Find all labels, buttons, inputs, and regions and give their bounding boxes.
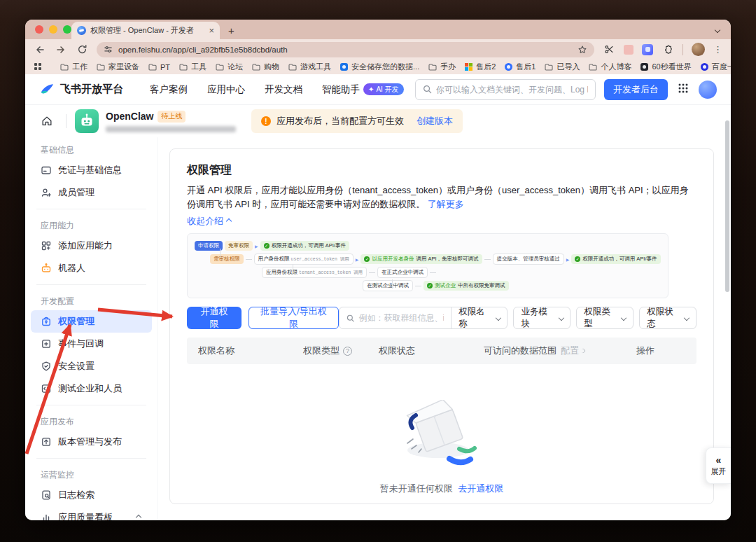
bookmark-item[interactable]: 论坛 [216,62,243,72]
nav-item-app-center[interactable]: 应用中心 [207,83,245,96]
bookmark-item[interactable]: 工具 [179,62,206,72]
warning-icon: ! [261,116,271,126]
platform-logo[interactable]: 飞书开放平台 [39,82,123,97]
check-icon: ✓ [364,256,370,262]
create-version-link[interactable]: 创建版本 [416,115,453,127]
blue-extension-icon[interactable] [642,44,653,55]
tab-search-icon[interactable] [712,25,722,35]
url-bar[interactable]: open.feishu.cn/app/cli_a92bfb51e5b8dcbd/… [97,42,594,57]
sidebar-divider [36,209,146,209]
learn-more-link[interactable]: 了解更多 [428,199,464,209]
user-avatar[interactable] [699,81,717,99]
user-token-node: 用户身份权限 user_access_token 调用 [254,253,354,265]
sidebar-item-credentials[interactable]: 凭证与基础信息 [31,159,152,181]
scissors-extension-icon[interactable] [603,43,615,56]
platform-top-nav: 飞书开放平台 客户案例 应用中心 开发文档 智能助手 ✦AI 开发 开发者后台 [25,74,731,105]
bookmark-item[interactable]: 个人博客 [589,62,631,72]
folder-icon [97,64,105,71]
actions-row: 开通权限 批量导入/导出权限 权限名称 [187,307,696,329]
site-settings-icon[interactable] [104,45,113,54]
sidebar-item-quality-dashboard[interactable]: 应用质量看板 [31,506,152,520]
new-tab-button[interactable]: + [228,25,234,36]
sidebar-item-members[interactable]: 成员管理 [31,181,152,204]
no-review-badge: 免审权限 [225,241,253,251]
back-button[interactable] [34,43,46,56]
sidebar-item-permissions[interactable]: 权限管理 [31,310,152,333]
sidebar-item-add-capability[interactable]: 添加应用能力 [31,235,152,257]
batch-import-export-button[interactable]: 批量导入/导出权限 [248,307,339,329]
configure-scope-link[interactable]: 配置 [561,345,585,357]
sidebar-item-events[interactable]: 事件与回调 [31,333,152,355]
forward-button[interactable] [55,43,67,56]
tab-title: 权限管理 - OpenClaw - 开发者 [90,25,204,36]
chevron-down-icon [684,315,690,321]
tenant-token-node: 应用身份权限 tenant_access_token 调用 [262,267,367,278]
bookmark-item[interactable]: 60秒看世界 [640,62,691,72]
toolbar-divider [682,44,683,55]
submit-version-node: 提交版本、管理员审核通过 [493,253,564,265]
bookmark-item[interactable]: 家里设备 [97,62,139,72]
sidebar-item-test-enterprise[interactable]: 测试企业和人员 [31,377,152,400]
bookmark-item[interactable]: 手办 [428,62,456,72]
folder-icon [288,64,297,71]
apps-grid-icon[interactable] [34,61,42,74]
collapse-chevron-icon[interactable] [136,515,141,520]
collapse-intro-link[interactable]: 收起介绍 [187,215,231,228]
status-badge: 待上线 [158,111,186,123]
bookmark-star-icon[interactable] [578,45,587,55]
flow-arrow-icon: ▶ [356,257,359,262]
bookmark-item[interactable]: 百度一下，你就知道 [701,62,731,72]
sidebar-divider [36,405,146,405]
pink-extension-icon[interactable] [624,45,634,55]
filter-business-module[interactable]: 业务模块 [513,307,570,329]
nav-item-cases[interactable]: 客户案例 [150,83,188,96]
bookmark-item[interactable]: 工作 [60,62,88,72]
bookmark-item[interactable]: 已导入 [545,62,580,72]
tab-favicon-icon [77,26,86,35]
formal-debug-node: 在正式企业中调试 [377,267,428,278]
permission-search-box[interactable] [340,307,451,328]
bookmark-item[interactable]: 购物 [252,62,279,72]
bookmark-item[interactable]: 游戏工具 [288,62,331,72]
home-button[interactable] [36,111,57,132]
bookmark-item[interactable]: 安全储存您的数据... [340,62,419,72]
tab-close-icon[interactable]: × [209,26,214,35]
filter-permission-status[interactable]: 权限状态 [639,307,696,329]
reload-button[interactable] [76,43,88,56]
expand-panel-button[interactable]: « 展开 [706,447,731,484]
help-icon[interactable]: ? [343,347,352,356]
go-open-permission-link[interactable]: 去开通权限 [458,483,503,494]
platform-search-input[interactable] [436,85,588,95]
chevron-right-icon [580,348,586,354]
bookmark-item[interactable]: 售后2 [465,62,496,72]
bookmark-item[interactable]: PT [148,63,170,71]
site-favicon-icon [340,63,348,71]
developer-console-button[interactable]: 开发者后台 [604,79,668,100]
browser-profile-avatar[interactable] [692,43,705,56]
sidebar-item-security[interactable]: 安全设置 [31,355,152,377]
nav-item-assistant[interactable]: 智能助手 ✦AI 开发 [322,83,404,96]
extensions-puzzle-icon[interactable] [662,43,674,56]
browser-tab[interactable]: 权限管理 - OpenClaw - 开发者 × [71,22,220,39]
connector-line [430,272,436,273]
apps-waffle-icon[interactable] [678,83,689,97]
close-window-button[interactable] [35,25,43,34]
open-permission-button[interactable]: 开通权限 [187,307,241,329]
permission-flow-diagram: 申请权限 免审权限 ▶ ✓权限开通成功，可调用 API/事件 需审核权限 用户身… [187,233,668,298]
platform-search-box[interactable] [415,79,596,100]
filter-permission-name[interactable]: 权限名称 [451,307,507,328]
nav-item-docs[interactable]: 开发文档 [265,83,302,96]
browser-menu-icon[interactable]: ⋮ [713,44,722,55]
sidebar-item-log-search[interactable]: 日志检索 [31,484,152,506]
page-scrollbar[interactable] [725,120,729,292]
sidebar-item-version-release[interactable]: 版本管理与发布 [31,431,152,453]
permission-search-input[interactable] [358,313,444,323]
main-content: 权限管理 开通 API 权限后，应用才能以应用身份（tenant_access_… [158,137,731,520]
bookmark-item[interactable]: 售后1 [505,62,536,72]
empty-box-illustration [389,400,494,473]
minimize-window-button[interactable] [49,25,57,34]
filter-permission-type[interactable]: 权限类型 [576,307,634,329]
sidebar-item-bot[interactable]: 机器人 [31,257,152,279]
url-text: open.feishu.cn/app/cli_a92bfb51e5b8dcbd/… [118,46,572,54]
maximize-window-button[interactable] [63,25,71,34]
